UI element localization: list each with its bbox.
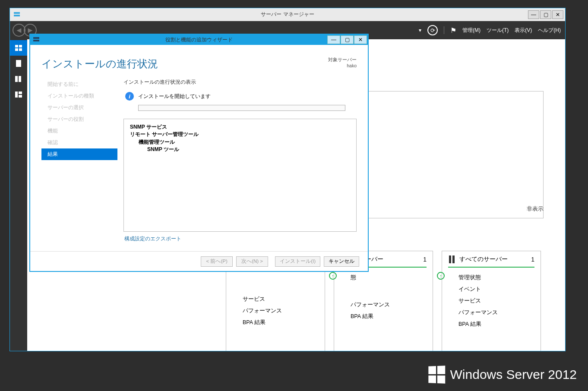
- sidebar-dashboard[interactable]: [10, 40, 27, 56]
- svg-rect-4: [15, 48, 18, 51]
- tile-item[interactable]: [340, 291, 427, 299]
- wizard-prev-button: < 前へ(P): [201, 256, 233, 267]
- tile-item[interactable]: BPA 結果: [232, 317, 319, 328]
- tile-all-servers: すべてのサーバー 1 ↑ 管理状態 イベント サービス パフォーマンス BPA …: [442, 251, 541, 351]
- server-icon: [16, 60, 21, 67]
- add-roles-wizard: 役割と機能の追加ウィザード — ▢ ✕ インストールの進行状況 対象サーバー h…: [29, 34, 369, 272]
- wizard-titlebar: 役割と機能の追加ウィザード — ▢ ✕: [30, 35, 368, 45]
- svg-rect-9: [15, 91, 18, 98]
- feature-item: SNMP サービス: [130, 123, 350, 131]
- wizard-nav-step-server-roles: サーバーの役割: [41, 114, 117, 125]
- file-services-icon: [15, 91, 22, 98]
- tile-item[interactable]: 態: [351, 274, 356, 281]
- svg-rect-14: [452, 255, 455, 263]
- menu-view[interactable]: 表示(V): [515, 27, 532, 34]
- wizard-nav-step-features: 機能: [41, 125, 117, 137]
- tile-count: 1: [423, 256, 427, 263]
- tile-item[interactable]: パフォーマンス: [232, 305, 319, 317]
- tile-item[interactable]: 管理状態: [458, 274, 481, 281]
- wizard-nav-step-confirm: 確認: [41, 137, 117, 148]
- svg-rect-7: [15, 76, 18, 82]
- sidebar-local-server[interactable]: [10, 56, 27, 71]
- tile-count: 1: [531, 256, 534, 263]
- svg-rect-6: [16, 60, 21, 67]
- wizard-close-button[interactable]: ✕: [354, 35, 367, 44]
- servers-tile-icon: [448, 255, 456, 263]
- feature-item: リモート サーバー管理ツール: [130, 131, 350, 138]
- wizard-maximize-button[interactable]: ▢: [341, 35, 354, 44]
- brand-text: Windows Server 2012: [450, 367, 577, 382]
- main-sidebar: [10, 39, 27, 351]
- wizard-nav-step-server-select: サーバーの選択: [41, 102, 117, 114]
- wizard-button-row: < 前へ(P) 次へ(N) > インストール(I) キャンセル: [30, 251, 368, 271]
- tile-item[interactable]: パフォーマンス: [448, 307, 534, 318]
- menu-help[interactable]: ヘルプ(H): [538, 27, 561, 34]
- feature-list-box: SNMP サービス リモート サーバー管理ツール 機能管理ツール SNMP ツー…: [123, 119, 357, 232]
- wizard-next-button: 次へ(N) >: [236, 256, 268, 267]
- main-titlebar: サーバー マネージャー — ▢ ✕: [10, 8, 565, 21]
- wizard-nav: 開始する前に インストールの種類 サーバーの選択 サーバーの役割 機能 確認 結…: [41, 79, 117, 243]
- tile-item[interactable]: イベント: [448, 284, 534, 295]
- tile-title: すべてのサーバー: [459, 255, 528, 263]
- sidebar-file-services[interactable]: [10, 87, 27, 102]
- tile-item[interactable]: サービス: [448, 295, 534, 307]
- svg-rect-5: [19, 48, 22, 51]
- info-icon: i: [125, 92, 134, 101]
- main-window-title: サーバー マネージャー: [10, 11, 565, 18]
- menu-manage[interactable]: 管理(M): [462, 27, 481, 34]
- tile-item[interactable]: パフォーマンス: [340, 299, 427, 311]
- wizard-install-button: インストール(I): [275, 256, 320, 267]
- wizard-cancel-button[interactable]: キャンセル: [324, 256, 359, 267]
- hide-link[interactable]: 非表示: [527, 205, 544, 213]
- tile-item[interactable]: サービス: [232, 293, 319, 305]
- svg-rect-13: [449, 255, 451, 263]
- svg-rect-3: [19, 45, 22, 47]
- wizard-title: 役割と機能の追加ウィザード: [30, 36, 368, 44]
- wizard-nav-step-results[interactable]: 結果: [41, 148, 117, 160]
- tile-item[interactable]: [340, 284, 427, 291]
- main-minimize-button[interactable]: —: [528, 10, 539, 19]
- svg-rect-10: [19, 91, 22, 94]
- flag-icon[interactable]: ⚑: [450, 26, 456, 35]
- target-server-label: 対象サーバー: [328, 57, 357, 63]
- wizard-nav-step-before-begin: 開始する前に: [41, 79, 117, 90]
- tile-item[interactable]: BPA 結果: [340, 311, 427, 322]
- menu-tools[interactable]: ツール(T): [487, 27, 509, 34]
- wizard-subheading: インストールの進行状況の表示: [123, 79, 357, 86]
- tile-item[interactable]: BPA 結果: [448, 318, 534, 330]
- export-config-link[interactable]: 構成設定のエクスポート: [124, 235, 357, 243]
- feature-item: 機能管理ツール: [130, 139, 350, 146]
- refresh-icon[interactable]: ⟳: [427, 25, 438, 35]
- windows-logo-icon: [428, 366, 445, 384]
- install-status-text: インストールを開始しています: [138, 93, 211, 100]
- os-branding: Windows Server 2012: [428, 366, 577, 383]
- wizard-nav-step-install-type: インストールの種類: [41, 90, 117, 102]
- sidebar-all-servers[interactable]: [10, 71, 27, 87]
- servers-icon: [15, 76, 22, 82]
- dashboard-icon: [15, 45, 22, 51]
- wizard-minimize-button[interactable]: —: [327, 35, 340, 44]
- main-close-button[interactable]: ✕: [552, 10, 563, 19]
- svg-rect-11: [19, 95, 22, 98]
- target-server-name: hako: [328, 63, 357, 68]
- menu-divider: [444, 26, 444, 34]
- svg-rect-8: [19, 76, 21, 82]
- progress-bar: [138, 105, 345, 111]
- dropdown-caret[interactable]: ▾: [419, 27, 421, 33]
- feature-item: SNMP ツール: [130, 146, 350, 153]
- svg-rect-2: [15, 45, 18, 47]
- main-maximize-button[interactable]: ▢: [540, 10, 551, 19]
- wizard-heading: インストールの進行状況: [41, 57, 158, 71]
